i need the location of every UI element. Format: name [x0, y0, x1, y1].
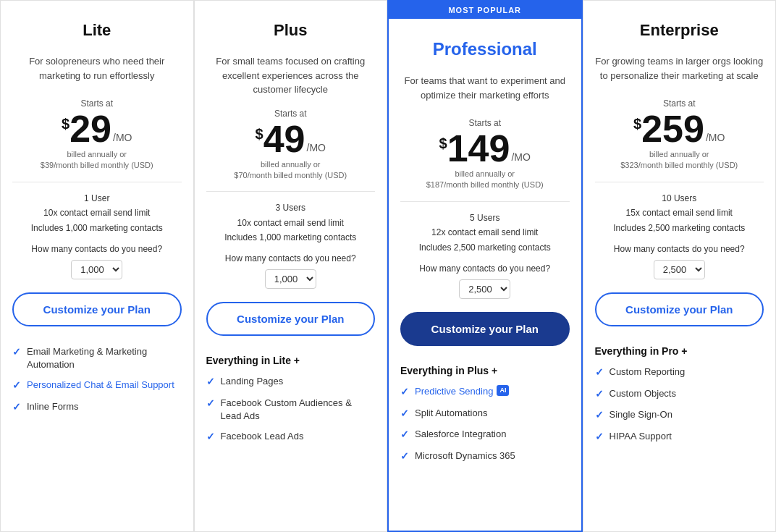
cta-button-lite[interactable]: Customize your Plan [12, 292, 182, 326]
feature-item: ✓ Facebook Lead Ads [206, 430, 376, 444]
price-amount: 259 [641, 110, 704, 148]
plan-name: Professional [400, 39, 570, 59]
limit-item: 10x contact email send limit [12, 206, 182, 220]
price-dollar: $ [439, 135, 447, 152]
billed-info: billed annually or$39/month billed month… [1, 148, 193, 177]
billed-info: billed annually or$323/month billed mont… [583, 148, 776, 177]
contacts-dropdown[interactable]: 2,500 [459, 279, 510, 299]
features-section-professional: Everything in Plus + ✓ Predictive Sendin… [389, 358, 581, 531]
feature-item: ✓ Single Sign-On [595, 408, 764, 423]
starts-at-label: Starts at [583, 98, 776, 109]
contacts-dropdown[interactable]: 1,000 [265, 269, 316, 289]
plan-header-lite: Lite [1, 1, 193, 47]
plan-description: For small teams focused on crafting exce… [195, 47, 387, 104]
starts-at-label: Starts at [389, 118, 581, 128]
feature-item: ✓ Split Automations [400, 407, 570, 421]
plan-name: Plus [206, 21, 376, 40]
check-icon: ✓ [595, 366, 604, 380]
price-amount: 149 [447, 130, 510, 167]
most-popular-badge: MOST POPULAR [389, 1, 581, 19]
plan-header-plus: Plus [195, 1, 387, 47]
check-icon: ✓ [595, 387, 604, 402]
features-section-lite: ✓ Email Marketing & Marketing Automation… [1, 338, 193, 531]
contacts-select-wrapper: 1,000 [195, 266, 387, 296]
check-icon: ✓ [400, 385, 409, 400]
pricing-container: Lite For solopreneurs who need their mar… [0, 0, 776, 532]
plan-name: Enterprise [595, 21, 764, 40]
check-icon: ✓ [400, 428, 409, 442]
contacts-question: How many contacts do you need? [389, 259, 581, 276]
everything-in: Everything in Plus + [400, 365, 570, 376]
check-icon: ✓ [595, 430, 604, 444]
feature-item: ✓ Custom Objects [595, 387, 764, 402]
plan-card-enterprise: Enterprise For growing teams in larger o… [583, 0, 777, 532]
price-amount: 29 [69, 110, 111, 148]
plan-name: Lite [12, 21, 182, 40]
ai-badge: AI [497, 385, 509, 396]
feature-item: ✓ HIPAA Support [595, 430, 764, 444]
feature-item: ✓ Salesforce Integration [400, 428, 570, 442]
plan-card-lite: Lite For solopreneurs who need their mar… [0, 0, 194, 532]
limit-item: Includes 1,000 marketing contacts [206, 230, 376, 245]
feature-link[interactable]: Predictive Sending [415, 385, 493, 398]
plan-limits: 5 Users12x contact email send limitInclu… [389, 206, 581, 259]
limit-item: 10 Users [595, 191, 764, 206]
feature-text: Landing Pages [221, 375, 284, 388]
feature-text: Single Sign-On [610, 408, 672, 421]
feature-item: ✓ Microsoft Dynamics 365 [400, 449, 570, 464]
billed-info: billed annually or$70/month billed month… [195, 158, 387, 187]
contacts-question: How many contacts do you need? [1, 240, 193, 257]
contacts-select-wrapper: 2,500 [583, 257, 776, 287]
price-mo: /MO [706, 132, 725, 143]
price-dollar: $ [62, 116, 69, 132]
feature-item: ✓ Landing Pages [206, 375, 376, 389]
check-icon: ✓ [12, 379, 21, 393]
feature-item: ✓ Email Marketing & Marketing Automation [12, 345, 182, 371]
price-mo: /MO [511, 151, 530, 163]
cta-button-enterprise[interactable]: Customize your Plan [595, 292, 764, 326]
everything-in: Everything in Lite + [206, 355, 376, 366]
limit-item: 15x contact email send limit [595, 206, 764, 220]
feature-link[interactable]: Personalized Chat & Email Support [27, 379, 174, 392]
limit-item: Includes 2,500 marketing contacts [400, 240, 570, 255]
price-dollar: $ [256, 126, 263, 143]
contacts-dropdown[interactable]: 2,500 [654, 260, 705, 279]
feature-text: Microsoft Dynamics 365 [415, 449, 515, 463]
limit-item: 12x contact email send limit [400, 225, 570, 240]
plan-description: For solopreneurs who need their marketin… [1, 47, 193, 94]
limit-item: Includes 2,500 marketing contacts [595, 221, 764, 235]
price-row: $ 29 /MO [1, 110, 193, 148]
check-icon: ✓ [595, 408, 604, 423]
feature-text: Custom Reporting [610, 366, 686, 379]
plan-limits: 1 User10x contact email send limitInclud… [1, 187, 193, 240]
feature-text: Salesforce Integration [415, 428, 506, 441]
contacts-select-wrapper: 1,000 [1, 257, 193, 287]
check-icon: ✓ [12, 400, 21, 415]
everything-in: Everything in Pro + [595, 345, 764, 357]
feature-text: Split Automations [415, 407, 487, 420]
feature-text: Facebook Custom Audiences & Lead Ads [221, 397, 376, 423]
feature-item: ✓ Inline Forms [12, 400, 182, 415]
contacts-select-wrapper: 2,500 [389, 276, 581, 306]
limit-item: 10x contact email send limit [206, 216, 376, 230]
starts-at-label: Starts at [195, 109, 387, 119]
cta-button-plus[interactable]: Customize your Plan [206, 302, 376, 336]
feature-item: ✓ Predictive SendingAI [400, 385, 570, 400]
check-icon: ✓ [400, 407, 409, 421]
features-section-plus: Everything in Lite + ✓ Landing Pages ✓ F… [195, 347, 387, 531]
contacts-dropdown[interactable]: 1,000 [71, 260, 122, 279]
feature-text: Inline Forms [27, 400, 79, 413]
price-mo: /MO [307, 142, 326, 153]
plan-card-plus: Plus For small teams focused on crafting… [194, 0, 388, 532]
contacts-question: How many contacts do you need? [195, 249, 387, 266]
feature-item: ✓ Personalized Chat & Email Support [12, 379, 182, 393]
limit-item: 3 Users [206, 200, 376, 215]
cta-button-professional[interactable]: Customize your Plan [400, 312, 570, 346]
feature-text: Custom Objects [610, 387, 676, 400]
features-section-enterprise: Everything in Pro + ✓ Custom Reporting ✓… [583, 338, 776, 531]
plan-card-professional: MOST POPULAR Professional For teams that… [387, 0, 583, 532]
billed-info: billed annually or$187/month billed mont… [389, 167, 581, 197]
price-mo: /MO [113, 132, 132, 143]
plan-limits: 10 Users15x contact email send limitIncl… [583, 187, 776, 240]
price-row: $ 149 /MO [389, 130, 581, 167]
